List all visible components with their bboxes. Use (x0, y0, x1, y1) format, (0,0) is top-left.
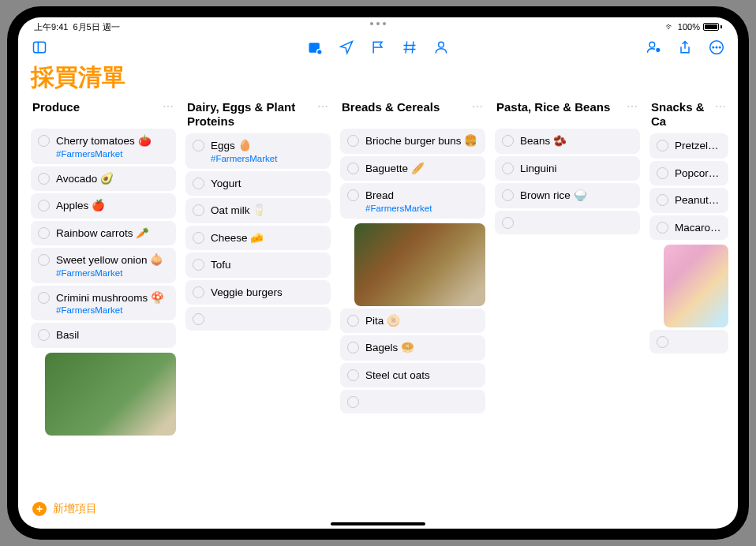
column: Dairy, Eggs & Plant Proteins⋯Eggs 🥚#Farm… (185, 99, 331, 489)
svg-rect-0 (34, 42, 46, 52)
item-radio[interactable] (657, 194, 668, 206)
location-icon[interactable] (338, 39, 355, 56)
wifi-icon: ᯤ (665, 21, 675, 32)
item-radio[interactable] (38, 135, 50, 147)
item-radio[interactable] (502, 217, 514, 229)
item-radio[interactable] (38, 292, 50, 304)
item-tag[interactable]: #FarmersMarket (365, 204, 478, 213)
list-item[interactable]: Peanuts 🥜 (649, 188, 728, 213)
list-item[interactable]: Oat milk 🥛 (185, 198, 331, 223)
list-item[interactable]: Brioche burger buns 🍔 (340, 129, 485, 154)
item-radio[interactable] (347, 135, 359, 147)
item-radio[interactable] (38, 227, 50, 239)
list-item[interactable]: Bagels 🥯 (340, 335, 485, 361)
column-title: Pasta, Rice & Beans (496, 100, 610, 114)
column-more-icon[interactable]: ⋯ (472, 100, 484, 113)
more-icon[interactable] (708, 39, 725, 56)
list-item[interactable]: Pretzels 🥨 (649, 133, 728, 159)
svg-point-8 (439, 42, 444, 47)
item-radio[interactable] (193, 259, 204, 271)
home-indicator[interactable] (331, 522, 425, 525)
list-item[interactable]: Tofu (185, 252, 331, 278)
list-item[interactable]: Eggs 🥚#FarmersMarket (185, 133, 331, 169)
list-item[interactable]: Beans 🫘 (495, 129, 640, 154)
item-radio[interactable] (347, 189, 359, 201)
list-item[interactable]: Cheese 🧀 (185, 226, 331, 251)
list-item[interactable]: Linguini (495, 156, 640, 181)
item-image[interactable] (45, 353, 176, 436)
column-more-icon[interactable]: ⋯ (163, 100, 174, 113)
list-item[interactable]: Baguette 🥖 (340, 156, 485, 181)
hashtag-icon[interactable] (401, 39, 418, 56)
item-label: Apples 🍎 (56, 199, 169, 213)
item-radio[interactable] (193, 286, 204, 298)
list-item[interactable]: Rainbow carrots 🥕 (31, 221, 176, 246)
item-radio[interactable] (347, 396, 359, 408)
list-item[interactable]: Cherry tomatoes 🍅#FarmersMarket (31, 129, 176, 164)
status-bar: 上午9:41 6月5日 週一 ᯤ 100% (18, 17, 738, 33)
item-radio[interactable] (38, 200, 50, 211)
sidebar-icon[interactable] (31, 39, 48, 56)
item-radio[interactable] (502, 135, 514, 147)
item-radio[interactable] (193, 140, 204, 151)
multitask-dots[interactable] (370, 22, 386, 25)
svg-line-5 (412, 42, 414, 54)
list-item[interactable]: Apples 🍎 (31, 193, 176, 219)
column-more-icon[interactable]: ⋯ (317, 100, 329, 113)
share-icon[interactable] (676, 39, 694, 56)
list-item[interactable]: Veggie burgers (185, 280, 331, 305)
list-item[interactable]: Yogurt (185, 171, 331, 196)
item-label: Veggie burgers (211, 286, 324, 300)
item-tag[interactable]: #FarmersMarket (211, 154, 324, 163)
item-radio[interactable] (347, 369, 359, 381)
flag-icon[interactable] (369, 39, 387, 56)
item-label: Basil (56, 328, 169, 342)
item-tag[interactable]: #FarmersMarket (56, 268, 169, 278)
item-radio[interactable] (193, 204, 204, 216)
item-tag[interactable]: #FarmersMarket (56, 149, 169, 159)
list-item[interactable]: Basil (31, 323, 176, 348)
item-radio[interactable] (657, 167, 668, 179)
list-item[interactable]: Crimini mushrooms 🍄#FarmersMarket (31, 286, 176, 321)
item-radio[interactable] (38, 329, 50, 341)
item-radio[interactable] (657, 336, 668, 348)
list-item[interactable]: Bread#FarmersMarket (340, 183, 485, 219)
item-radio[interactable] (193, 178, 204, 189)
empty-item[interactable] (340, 390, 485, 413)
item-label: Popcorn 🍿 (675, 166, 721, 181)
person-icon[interactable] (432, 39, 450, 56)
empty-item[interactable] (185, 307, 331, 331)
item-radio[interactable] (38, 254, 50, 266)
item-radio[interactable] (193, 313, 204, 325)
status-time: 上午9:41 (34, 21, 68, 33)
item-radio[interactable] (502, 163, 514, 174)
item-radio[interactable] (347, 315, 359, 327)
collaborate-icon[interactable] (645, 39, 662, 56)
item-radio[interactable] (38, 173, 50, 185)
list-item[interactable]: Brown rice 🍚 (495, 183, 640, 208)
column-more-icon[interactable]: ⋯ (627, 100, 638, 113)
item-image[interactable] (354, 223, 485, 306)
list-item[interactable]: Pita 🫓 (340, 309, 485, 334)
item-radio[interactable] (657, 222, 668, 234)
item-label: Oat milk 🥛 (211, 204, 324, 218)
calendar-icon[interactable] (306, 39, 324, 56)
list-item[interactable]: Popcorn 🍿 (649, 161, 728, 186)
item-image[interactable] (664, 245, 728, 327)
list-item[interactable]: Avocado 🥑 (31, 166, 176, 192)
item-radio[interactable] (347, 342, 359, 353)
board[interactable]: Produce⋯Cherry tomatoes 🍅#FarmersMarketA… (18, 99, 738, 529)
add-item-button[interactable]: + 新增項目 (18, 497, 738, 521)
list-item[interactable]: Steel cut oats (340, 363, 485, 388)
list-item[interactable]: Sweet yellow onion 🧅#FarmersMarket (31, 248, 176, 283)
empty-item[interactable] (495, 211, 640, 234)
column-more-icon[interactable]: ⋯ (715, 100, 727, 113)
item-radio[interactable] (657, 140, 668, 151)
item-radio[interactable] (347, 163, 359, 174)
column: Snacks & Ca⋯Pretzels 🥨Popcorn 🍿Peanuts 🥜… (649, 99, 728, 489)
item-radio[interactable] (193, 232, 204, 244)
list-item[interactable]: Macarons (649, 215, 728, 241)
empty-item[interactable] (649, 330, 728, 353)
item-tag[interactable]: #FarmersMarket (56, 305, 169, 315)
item-radio[interactable] (502, 189, 514, 201)
